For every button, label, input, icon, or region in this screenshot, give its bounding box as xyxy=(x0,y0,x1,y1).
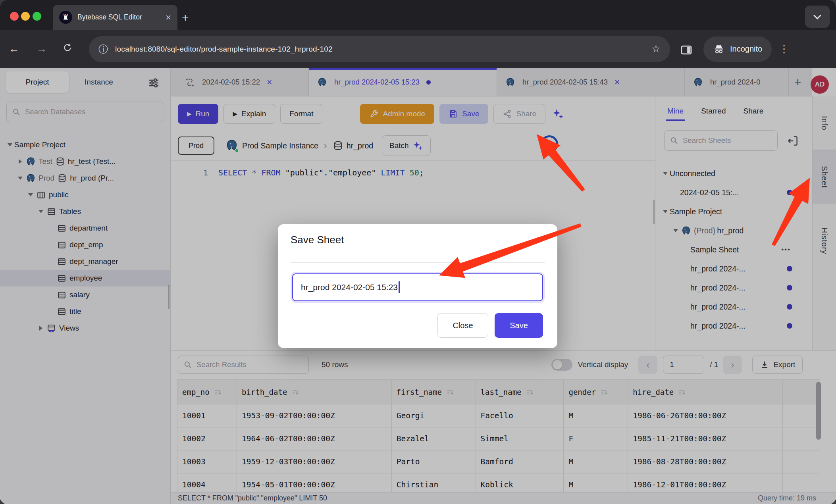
close-button[interactable]: Close xyxy=(437,313,488,338)
save-sheet-dialog: Save Sheet × hr_prod 2024-02-05 15:23 Cl… xyxy=(278,224,557,348)
incognito-badge: Incognito xyxy=(703,37,772,62)
new-tab-button[interactable]: + xyxy=(182,11,189,25)
browser-menu-icon[interactable]: ⋮ xyxy=(779,43,789,55)
address-bar[interactable]: ⓘ localhost:8080/sql-editor/prod-sample-… xyxy=(89,36,670,62)
window-minimize-button[interactable] xyxy=(21,12,30,21)
bytebase-favicon-icon: ♜ xyxy=(59,11,72,24)
url-text: localhost:8080/sql-editor/prod-sample-in… xyxy=(115,45,333,54)
site-info-icon[interactable]: ⓘ xyxy=(98,43,108,56)
window-close-button[interactable] xyxy=(10,12,19,21)
bookmark-star-icon[interactable]: ☆ xyxy=(651,43,661,55)
window-zoom-button[interactable] xyxy=(33,12,41,21)
dialog-close-icon[interactable]: × xyxy=(537,234,543,245)
chevron-down-icon xyxy=(813,12,821,19)
back-button[interactable]: ← xyxy=(0,43,28,55)
browser-toolbar: ← → ⓘ localhost:8080/sql-editor/prod-sam… xyxy=(0,30,836,68)
reload-button[interactable] xyxy=(56,42,79,56)
incognito-icon xyxy=(713,43,725,55)
sheet-name-value: hr_prod 2024-02-05 15:23 xyxy=(301,283,398,292)
side-panel-icon[interactable] xyxy=(680,43,693,55)
browser-tab-title: Bytebase SQL Editor xyxy=(77,13,142,21)
forward-button[interactable]: → xyxy=(28,43,56,55)
incognito-label: Incognito xyxy=(730,44,762,54)
dialog-save-button[interactable]: Save xyxy=(495,313,543,338)
dialog-buttons: Close Save xyxy=(437,313,543,338)
tab-search-button[interactable] xyxy=(805,6,830,28)
browser-tab[interactable]: ♜ Bytebase SQL Editor × xyxy=(53,5,177,30)
screen: ♜ Bytebase SQL Editor × + ← → ⓘ localhos… xyxy=(0,0,836,504)
browser-tab-strip: ♜ Bytebase SQL Editor × + xyxy=(0,0,836,30)
text-caret xyxy=(399,281,400,293)
sheet-name-input[interactable]: hr_prod 2024-02-05 15:23 xyxy=(292,273,543,301)
dialog-title: Save Sheet xyxy=(291,234,344,246)
tab-close-icon[interactable]: × xyxy=(166,13,171,22)
dialog-divider xyxy=(291,262,545,263)
browser-chrome: ♜ Bytebase SQL Editor × + ← → ⓘ localhos… xyxy=(0,0,836,68)
